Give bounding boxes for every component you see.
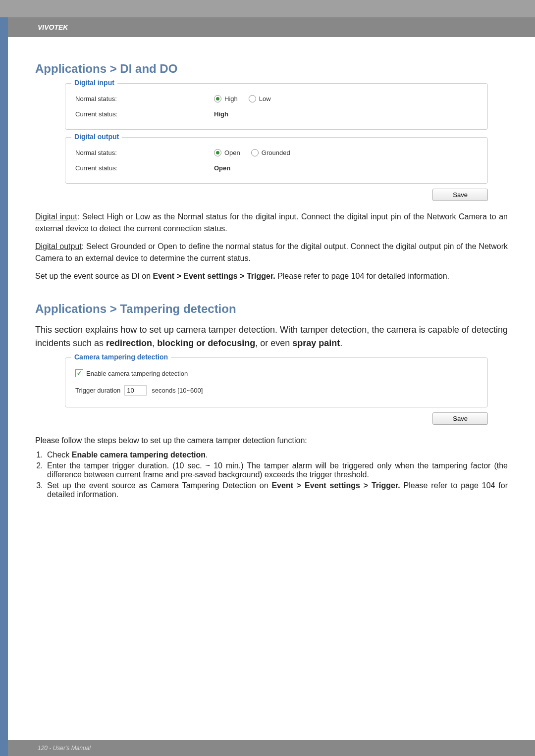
checkbox-enable-tampering[interactable] bbox=[75, 369, 83, 377]
brand-label: VIVOTEK bbox=[38, 23, 68, 31]
intro-b3: spray paint bbox=[292, 338, 340, 348]
para-event-source: Set up the event source as DI on Event >… bbox=[35, 270, 508, 282]
step-3: Set up the event source as Camera Tamper… bbox=[45, 481, 508, 499]
legend-digital-input: Digital input bbox=[71, 79, 117, 87]
intro-end: . bbox=[340, 338, 342, 348]
label-trigger-duration: Trigger duration bbox=[75, 387, 120, 394]
legend-tampering: Camera tampering detection bbox=[71, 353, 171, 361]
radio-open[interactable] bbox=[214, 149, 221, 156]
label-enable-tampering: Enable camera tampering detection bbox=[86, 370, 188, 377]
radio-grounded-label: Grounded bbox=[262, 149, 290, 156]
intro-mid: , bbox=[152, 338, 157, 348]
step1-b: Enable camera tampering detection bbox=[72, 451, 206, 459]
radio-grounded[interactable] bbox=[251, 149, 259, 156]
footer-bar: 120 - User's Manual bbox=[8, 740, 535, 756]
row-do-current: Current status: Open bbox=[75, 160, 478, 176]
label-do-current: Current status: bbox=[75, 164, 214, 172]
radio-low-label: Low bbox=[259, 95, 271, 102]
row-trigger-duration: Trigger duration seconds [10~600] bbox=[75, 381, 478, 400]
value-do-current: Open bbox=[214, 164, 230, 172]
fieldset-digital-input: Digital input Normal status: High Low Cu… bbox=[65, 83, 488, 130]
para-tampering-intro: This section explains how to set up came… bbox=[35, 323, 508, 350]
fieldset-digital-output: Digital output Normal status: Open Groun… bbox=[65, 137, 488, 184]
para-digital-output: Digital output: Select Grounded or Open … bbox=[35, 241, 508, 264]
left-accent-stripe bbox=[0, 17, 8, 756]
text-event-2: Please refer to page 104 for detailed in… bbox=[275, 272, 449, 280]
row-do-normal: Normal status: Open Grounded bbox=[75, 145, 478, 160]
text-event-bold: Event > Event settings > Trigger. bbox=[153, 272, 275, 280]
intro-b2: blocking or defocusing bbox=[157, 338, 255, 348]
intro-mid2: , or even bbox=[255, 338, 292, 348]
row-di-normal: Normal status: High Low bbox=[75, 91, 478, 106]
step3-a: Set up the event source as Camera Tamper… bbox=[47, 481, 271, 490]
row-enable-tampering: Enable camera tampering detection bbox=[75, 365, 478, 381]
value-di-current: High bbox=[214, 110, 228, 118]
steps-intro: Please follow the steps below to set up … bbox=[35, 435, 508, 447]
save-button-dido[interactable]: Save bbox=[432, 189, 488, 201]
row-di-current: Current status: High bbox=[75, 106, 478, 122]
step1-c: . bbox=[206, 451, 208, 459]
section-title-dido: Applications > DI and DO bbox=[35, 62, 508, 76]
label-di-normal: Normal status: bbox=[75, 95, 214, 102]
save-button-tampering[interactable]: Save bbox=[432, 412, 488, 425]
section-title-tampering: Applications > Tampering detection bbox=[35, 302, 508, 316]
label-trigger-suffix: seconds [10~600] bbox=[152, 387, 203, 394]
label-di-current: Current status: bbox=[75, 110, 214, 118]
radio-group-do: Open Grounded bbox=[214, 149, 290, 156]
legend-digital-output: Digital output bbox=[71, 133, 122, 141]
save-row-2: Save bbox=[65, 412, 488, 425]
steps-list: Check Enable camera tampering detection.… bbox=[35, 451, 508, 499]
para-digital-input: Digital input: Select High or Low as the… bbox=[35, 211, 508, 235]
radio-low[interactable] bbox=[249, 95, 256, 102]
underline-digital-input: Digital input bbox=[35, 212, 77, 221]
step-2: Enter the tamper trigger duration. (10 s… bbox=[45, 461, 508, 479]
underline-digital-output: Digital output bbox=[35, 242, 82, 251]
text-do-rest: : Select Grounded or Open to define the … bbox=[35, 242, 508, 262]
radio-high-label: High bbox=[224, 95, 238, 102]
save-row-1: Save bbox=[65, 189, 488, 201]
radio-group-di: High Low bbox=[214, 95, 271, 102]
page-content: Applications > DI and DO Digital input N… bbox=[8, 37, 535, 513]
radio-open-label: Open bbox=[224, 149, 240, 156]
fieldset-tampering: Camera tampering detection Enable camera… bbox=[65, 357, 488, 407]
footer-text: 120 - User's Manual bbox=[38, 745, 91, 752]
text-di-rest: : Select High or Low as the Normal statu… bbox=[35, 212, 508, 233]
step-1: Check Enable camera tampering detection. bbox=[45, 451, 508, 459]
text-event-1: Set up the event source as DI on bbox=[35, 272, 153, 280]
input-trigger-duration[interactable] bbox=[124, 385, 147, 396]
intro-b1: redirection bbox=[106, 338, 152, 348]
radio-high[interactable] bbox=[214, 95, 221, 102]
header-bar: VIVOTEK bbox=[8, 17, 535, 37]
step1-a: Check bbox=[47, 451, 72, 459]
label-do-normal: Normal status: bbox=[75, 149, 214, 156]
manual-page: VIVOTEK Applications > DI and DO Digital… bbox=[0, 17, 535, 756]
step3-b: Event > Event settings > Trigger. bbox=[271, 481, 400, 490]
